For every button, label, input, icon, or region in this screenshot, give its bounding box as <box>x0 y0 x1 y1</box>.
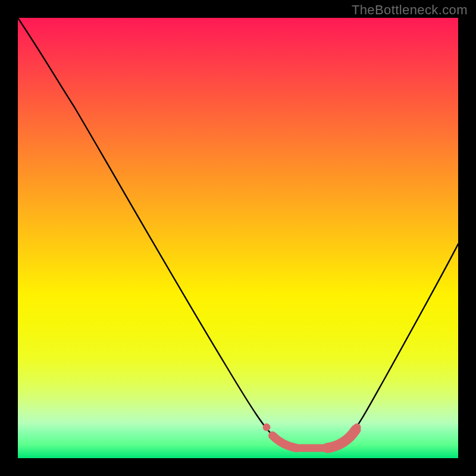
chart-area <box>18 18 458 458</box>
optimal-range-highlight <box>263 424 361 448</box>
highlight-layer <box>18 18 458 458</box>
svg-point-0 <box>263 424 270 431</box>
svg-point-1 <box>353 424 361 431</box>
watermark-text: TheBottleneck.com <box>352 2 468 18</box>
